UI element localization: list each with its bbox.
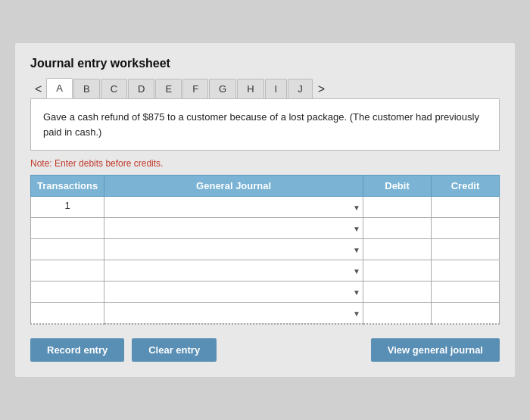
page-title: Journal entry worksheet xyxy=(30,57,500,70)
credit-cell-3[interactable] xyxy=(432,239,500,260)
credit-cell-1[interactable] xyxy=(432,197,500,218)
dropdown-arrow-5: ▼ xyxy=(353,288,360,296)
tab-b[interactable]: B xyxy=(73,79,100,98)
tab-i[interactable]: I xyxy=(265,79,288,98)
table-row: ▼ xyxy=(31,303,500,324)
transaction-num-6 xyxy=(31,303,104,324)
gj-cell-2[interactable]: ▼ xyxy=(104,218,363,239)
tab-navigation: < A B C D E F G H I J > xyxy=(30,78,500,98)
header-general-journal: General Journal xyxy=(104,176,363,197)
debit-cell-2[interactable] xyxy=(363,218,432,239)
table-row: ▼ xyxy=(31,239,500,260)
buttons-row: Record entry Clear entry View general jo… xyxy=(30,338,500,362)
note-text: Note: Enter debits before credits. xyxy=(30,158,500,169)
debit-cell-6[interactable] xyxy=(363,303,432,324)
header-credit: Credit xyxy=(432,176,500,197)
header-debit: Debit xyxy=(363,176,432,197)
description-text: Gave a cash refund of $875 to a customer… xyxy=(43,111,479,138)
tab-e[interactable]: E xyxy=(155,79,182,98)
credit-cell-4[interactable] xyxy=(432,260,500,282)
table-row: ▼ xyxy=(31,218,500,239)
debit-cell-4[interactable] xyxy=(363,260,432,282)
gj-cell-4[interactable]: ▼ xyxy=(104,260,363,282)
table-row: ▼ xyxy=(31,282,500,303)
transaction-num-4 xyxy=(31,260,104,282)
dropdown-arrow-4: ▼ xyxy=(353,266,360,275)
table-row: ▼ xyxy=(31,260,500,282)
transaction-num-3 xyxy=(31,239,104,260)
dropdown-arrow-6: ▼ xyxy=(353,309,360,317)
tab-g[interactable]: G xyxy=(209,79,236,98)
debit-cell-5[interactable] xyxy=(363,282,432,303)
nav-left-arrow[interactable]: < xyxy=(30,80,46,98)
debit-cell-3[interactable] xyxy=(363,239,432,260)
tab-f[interactable]: F xyxy=(182,79,208,98)
dropdown-arrow-2: ▼ xyxy=(353,224,360,232)
gj-cell-6[interactable]: ▼ xyxy=(104,303,363,324)
transaction-num-2 xyxy=(31,218,104,239)
record-entry-button[interactable]: Record entry xyxy=(30,338,124,362)
clear-entry-button[interactable]: Clear entry xyxy=(132,338,217,362)
tab-c[interactable]: C xyxy=(101,79,127,98)
gj-cell-5[interactable]: ▼ xyxy=(104,282,363,303)
transaction-num-5 xyxy=(31,282,104,303)
header-transactions: Transactions xyxy=(31,176,104,197)
dropdown-arrow-3: ▼ xyxy=(353,245,360,254)
credit-cell-5[interactable] xyxy=(432,282,500,303)
view-general-journal-button[interactable]: View general journal xyxy=(371,338,500,362)
tab-d[interactable]: D xyxy=(128,79,154,98)
page-container: Journal entry worksheet < A B C D E F G … xyxy=(15,43,515,377)
tab-a[interactable]: A xyxy=(46,78,73,98)
description-box: Gave a cash refund of $875 to a customer… xyxy=(30,98,500,151)
debit-cell-1[interactable] xyxy=(363,197,432,218)
gj-cell-3[interactable]: ▼ xyxy=(104,239,363,260)
table-row: 1 ▼ xyxy=(31,197,500,218)
nav-right-arrow[interactable]: > xyxy=(313,80,329,98)
credit-cell-2[interactable] xyxy=(432,218,500,239)
journal-table: Transactions General Journal Debit Credi… xyxy=(30,175,500,325)
credit-cell-6[interactable] xyxy=(432,303,500,324)
gj-cell-1[interactable]: ▼ xyxy=(104,197,363,218)
transaction-num-1: 1 xyxy=(31,197,104,218)
tab-h[interactable]: H xyxy=(237,79,263,98)
tab-j[interactable]: J xyxy=(288,79,313,98)
dropdown-arrow-1: ▼ xyxy=(353,203,360,211)
